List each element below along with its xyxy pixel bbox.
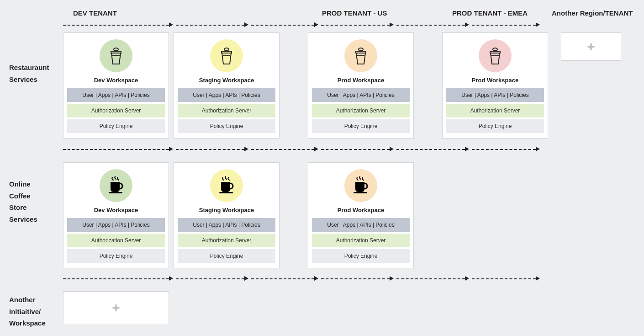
arrow-head-icon — [465, 276, 469, 281]
card-title: Prod Workspace — [312, 77, 410, 84]
col-header-dev: DEV TENANT — [73, 9, 117, 17]
arrow — [63, 278, 169, 279]
arrow — [396, 149, 465, 150]
col-header-prod-emea: PROD TENANT - EMEA — [452, 9, 528, 17]
card-restaurant-prod-us: Prod Workspace User | Apps | APIs | Poli… — [308, 32, 414, 139]
card-row-auth: Authorization Server — [312, 104, 410, 117]
card-coffee-staging: Staging Workspace User | Apps | APIs | P… — [174, 162, 280, 268]
card-row-auth: Authorization Server — [178, 104, 275, 117]
card-row-tags: User | Apps | APIs | Policies — [67, 218, 165, 232]
card-row-policy: Policy Engine — [178, 249, 275, 263]
cup-icon — [479, 39, 512, 72]
arrow-head-icon — [390, 22, 394, 27]
arrow — [321, 278, 390, 279]
arrow-head-icon — [314, 147, 318, 151]
arrow — [251, 149, 314, 150]
card-title: Staging Workspace — [178, 77, 275, 84]
arrow — [396, 278, 465, 279]
card-row-auth: Authorization Server — [312, 234, 410, 247]
mug-icon — [100, 169, 132, 202]
cup-icon — [100, 39, 132, 72]
arrow-head-icon — [244, 147, 248, 151]
arrow-head-icon — [536, 22, 540, 27]
arrow — [176, 278, 244, 279]
arrow — [472, 149, 536, 150]
card-row-auth: Authorization Server — [446, 104, 544, 117]
arrow-head-icon — [465, 147, 469, 151]
arrow-head-icon — [536, 147, 540, 151]
card-restaurant-staging: Staging Workspace User | Apps | APIs | P… — [174, 32, 280, 139]
arrow — [176, 25, 244, 26]
card-coffee-dev: Dev Workspace User | Apps | APIs | Polic… — [63, 162, 169, 268]
arrow — [321, 25, 390, 26]
card-row-tags: User | Apps | APIs | Policies — [312, 218, 410, 232]
arrow-head-icon — [244, 276, 248, 281]
arrow-head-icon — [536, 276, 540, 281]
card-coffee-prod-us: Prod Workspace User | Apps | APIs | Poli… — [308, 162, 414, 268]
card-row-policy: Policy Engine — [178, 119, 275, 133]
arrow-head-icon — [390, 147, 394, 151]
arrow — [472, 278, 536, 279]
card-row-tags: User | Apps | APIs | Policies — [67, 88, 165, 102]
col-header-prod-us: PROD TENANT - US — [322, 9, 387, 17]
arrow-head-icon — [244, 22, 248, 27]
row-label-coffee: Online Coffee Store Services — [9, 178, 37, 225]
arrow — [251, 278, 314, 279]
arrow-head-icon — [169, 276, 173, 281]
card-title: Dev Workspace — [67, 207, 165, 213]
add-workspace-button[interactable]: + — [63, 291, 169, 324]
mug-icon — [344, 169, 377, 202]
card-row-policy: Policy Engine — [446, 119, 544, 133]
arrow-head-icon — [169, 147, 173, 151]
cup-icon — [210, 39, 243, 72]
arrow — [321, 149, 390, 150]
card-title: Prod Workspace — [446, 77, 544, 84]
card-row-tags: User | Apps | APIs | Policies — [178, 88, 275, 102]
card-row-auth: Authorization Server — [178, 234, 275, 247]
row-label-restaurant: Restauraunt Services — [9, 62, 49, 85]
card-row-tags: User | Apps | APIs | Policies — [446, 88, 544, 102]
card-row-policy: Policy Engine — [67, 249, 165, 263]
add-tenant-button[interactable]: + — [561, 32, 621, 61]
arrow — [63, 149, 169, 150]
arrow-head-icon — [390, 276, 394, 281]
card-title: Dev Workspace — [67, 77, 165, 84]
plus-icon: + — [112, 300, 120, 315]
arrow — [396, 25, 465, 26]
card-row-policy: Policy Engine — [312, 249, 410, 263]
card-title: Staging Workspace — [178, 207, 275, 213]
card-row-auth: Authorization Server — [67, 234, 165, 247]
cup-icon — [344, 39, 377, 72]
card-restaurant-dev: Dev Workspace User | Apps | APIs | Polic… — [63, 32, 169, 139]
card-row-policy: Policy Engine — [67, 119, 165, 133]
col-header-another: Another Region/TENANT — [552, 9, 633, 17]
diagram-canvas: DEV TENANT PROD TENANT - US PROD TENANT … — [0, 0, 644, 336]
card-row-tags: User | Apps | APIs | Policies — [312, 88, 410, 102]
card-row-policy: Policy Engine — [312, 119, 410, 133]
card-restaurant-prod-emea: Prod Workspace User | Apps | APIs | Poli… — [442, 32, 548, 139]
card-row-tags: User | Apps | APIs | Policies — [178, 218, 275, 232]
plus-icon: + — [587, 39, 595, 54]
arrow-head-icon — [314, 22, 318, 27]
arrow-head-icon — [314, 276, 318, 281]
arrow — [63, 25, 169, 26]
arrow-head-icon — [169, 22, 173, 27]
mug-icon — [210, 169, 243, 202]
row-label-another: Another Initiaitive/ Workspace — [9, 294, 46, 329]
arrow-head-icon — [465, 22, 469, 27]
arrow — [251, 25, 314, 26]
card-row-auth: Authorization Server — [67, 104, 165, 117]
arrow — [472, 25, 536, 26]
card-title: Prod Workspace — [312, 207, 410, 213]
arrow — [176, 149, 244, 150]
